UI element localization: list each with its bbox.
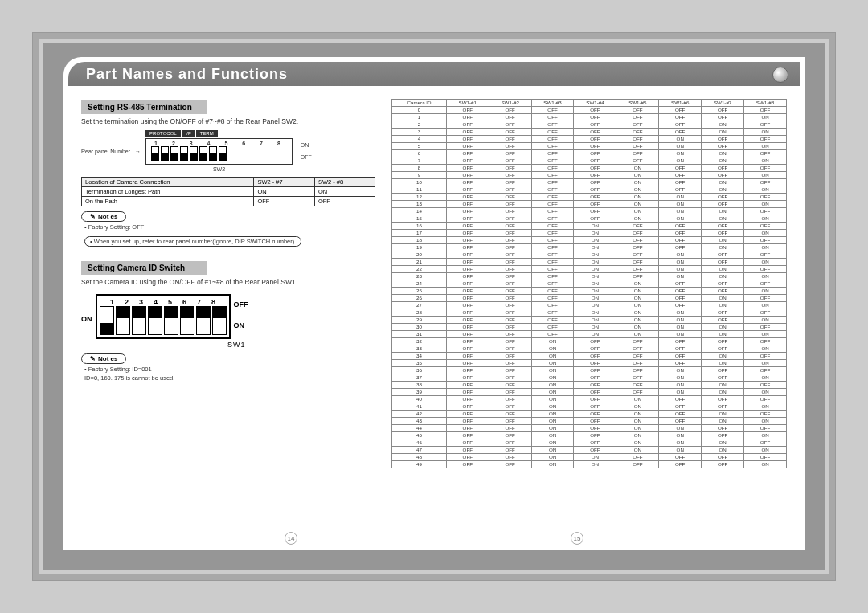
notes-label-2: Not es — [81, 353, 126, 364]
section-desc-rs485: Set the termination using the ON/OFF of … — [81, 117, 375, 125]
table-row: 39OFFOFFONOFFOFFONONON — [392, 389, 787, 396]
table-row: 48OFFOFFONONOFFOFFOFFOFF — [392, 454, 787, 461]
table-row: 7OFFOFFOFFOFFOFFONONON — [392, 157, 787, 165]
page-spread: Part Names and Functions Setting RS-485 … — [63, 57, 805, 550]
table-row: 10OFFOFFOFFOFFONOFFONOFF — [392, 179, 787, 186]
dip-switch — [161, 146, 169, 161]
table-row: 29OFFOFFOFFONONONOFFON — [392, 317, 787, 324]
sw2-box: 1 2 3 4 5 6 7 8 — [145, 138, 293, 165]
dip-switch — [219, 146, 227, 161]
arrow-icon: → — [135, 149, 141, 154]
table-row: 9OFFOFFOFFOFFONOFFOFFON — [392, 172, 787, 179]
dip-switch — [132, 306, 146, 335]
table-row: On the PathOFFOFF — [82, 197, 375, 206]
right-page: Camera IDSW1-#1SW1-#2SW1-#3SW1-#4SW1-#5S… — [391, 67, 787, 535]
notes-label: Not es — [81, 211, 126, 222]
table-row: 4OFFOFFOFFOFFOFFONOFFOFF — [392, 136, 787, 143]
table-row: 37OFFOFFONOFFOFFONOFFON — [392, 374, 787, 382]
dip-switch — [100, 306, 114, 335]
table-row: 1OFFOFFOFFOFFOFFOFFOFFON — [392, 114, 787, 121]
sw2-numbers: 1 2 3 4 5 6 7 8 — [151, 141, 287, 146]
table-row: 32OFFOFFONOFFOFFOFFOFFOFF — [392, 338, 787, 345]
camera-id-table: Camera IDSW1-#1SW1-#2SW1-#3SW1-#4SW1-#5S… — [391, 99, 787, 468]
sw2-onoff: ON OFF — [301, 142, 312, 160]
table-row: 18OFFOFFOFFONOFFOFFONOFF — [392, 237, 787, 244]
th-sw2-7: SW2 - #7 — [254, 178, 314, 187]
table-row: 41OFFOFFONOFFONOFFOFFON — [392, 403, 787, 411]
dip-switch — [116, 306, 130, 335]
dip-switch — [180, 306, 194, 335]
note-factory-id: • Factory Setting: ID=001 — [84, 366, 375, 373]
table-row: 47OFFOFFONOFFONONONON — [392, 447, 787, 454]
page-title: Part Names and Functions — [68, 62, 800, 86]
left-page: Setting RS-485 Termination Set the termi… — [81, 67, 391, 535]
table-row: 6OFFOFFOFFOFFOFFONONOFF — [392, 150, 787, 157]
table-row: 25OFFOFFOFFONONOFFOFFON — [392, 288, 787, 295]
table-row: 30OFFOFFOFFONONONONOFF — [392, 324, 787, 331]
dip-switch — [170, 146, 178, 161]
table-row: 49OFFOFFONONOFFOFFOFFON — [392, 461, 787, 468]
sw2-switches — [151, 146, 287, 161]
off-label: OFF — [234, 300, 248, 309]
th-sw2-8: SW2 - #8 — [314, 178, 375, 187]
dip-switch — [196, 306, 211, 335]
table-row: 5OFFOFFOFFOFFOFFONOFFON — [392, 143, 787, 150]
table-row: 11OFFOFFOFFOFFONOFFONON — [392, 186, 787, 194]
on-label: ON — [301, 142, 312, 148]
off-label: OFF — [301, 154, 312, 160]
dip-switch — [209, 146, 217, 161]
table-row: 44OFFOFFONOFFONONOFFOFF — [392, 425, 787, 432]
table-row: 24OFFOFFOFFONONOFFOFFOFF — [392, 280, 787, 288]
on-label-left: ON — [81, 315, 92, 323]
table-row: 36OFFOFFONOFFOFFONOFFOFF — [392, 367, 787, 374]
on-label: ON — [234, 321, 248, 329]
sw1-diagram: ON 12345678 OFF ON — [81, 291, 375, 339]
table-row: 8OFFOFFOFFOFFONOFFOFFOFF — [392, 165, 787, 172]
table-row: 20OFFOFFOFFONOFFONOFFOFF — [392, 251, 787, 259]
inner-frame: Part Names and Functions Setting RS-485 … — [43, 43, 825, 570]
table-row: 17OFFOFFOFFONOFFOFFOFFON — [392, 230, 787, 237]
section-heading-rs485: Setting RS-485 Termination — [81, 100, 207, 114]
table-row: 34OFFOFFONOFFOFFOFFONOFF — [392, 353, 787, 360]
dip-switch — [199, 146, 207, 161]
table-row: 0OFFOFFOFFOFFOFFOFFOFFOFF — [392, 107, 787, 114]
dip-legend: PROTOCOL I/F TERM — [145, 130, 293, 137]
table-row: 12OFFOFFOFFOFFONONOFFOFF — [392, 194, 787, 201]
dip-switch — [190, 146, 198, 161]
note-setup-hint: • When you set up, refer to rear panel n… — [84, 236, 301, 247]
table-row: 22OFFOFFOFFONOFFONONOFF — [392, 266, 787, 273]
table-row: 35OFFOFFONOFFOFFOFFONON — [392, 360, 787, 367]
note-id-unusable: ID=0, 160. 175 is cannot be used. — [84, 374, 375, 382]
table-row: 13OFFOFFOFFOFFONONOFFON — [392, 201, 787, 208]
page-num-left: 14 — [285, 532, 297, 545]
sw1-switches — [100, 306, 227, 335]
document-frame: Part Names and Functions Setting RS-485 … — [32, 32, 836, 581]
sw1-onoff: OFF ON — [234, 300, 248, 329]
sw2-diagram: Rear panel Number → PROTOCOL I/F TERM 1 … — [81, 130, 375, 172]
dip-switch — [148, 306, 162, 335]
table-row: Termination of Longest PathONON — [82, 187, 375, 197]
sw1-label: SW1 — [97, 341, 375, 349]
dip-switch — [151, 146, 159, 161]
legend-term: TERM — [196, 130, 218, 137]
table-row: 15OFFOFFOFFOFFONONONON — [392, 215, 787, 223]
title-text: Part Names and Functions — [86, 66, 288, 83]
table-row: 28OFFOFFOFFONONONOFFOFF — [392, 309, 787, 317]
table-row: 27OFFOFFOFFONONOFFONON — [392, 302, 787, 309]
note-factory-off: • Factory Setting: OFF — [84, 223, 375, 231]
table-row: 33OFFOFFONOFFOFFOFFOFFON — [392, 345, 787, 353]
dip-switch — [212, 306, 227, 335]
sw1-box: 12345678 — [96, 294, 231, 339]
table-row: 2OFFOFFOFFOFFOFFOFFONOFF — [392, 121, 787, 129]
table-row: 14OFFOFFOFFOFFONONONOFF — [392, 208, 787, 215]
table-row: 45OFFOFFONOFFONONOFFON — [392, 432, 787, 439]
legend-protocol: PROTOCOL — [145, 130, 181, 137]
table-row: 3OFFOFFOFFOFFOFFOFFONON — [392, 129, 787, 136]
dip-switch — [180, 146, 188, 161]
page-numbers: 14 15 — [63, 532, 805, 545]
section-desc-camid: Set the Camera ID using the ON/OFF of #1… — [81, 278, 375, 286]
table-row: 31OFFOFFOFFONONONONON — [392, 331, 787, 338]
table-row: 40OFFOFFONOFFONOFFOFFOFF — [392, 396, 787, 403]
table-row: 19OFFOFFOFFONOFFOFFONON — [392, 244, 787, 251]
table-row: 42OFFOFFONOFFONOFFONOFF — [392, 411, 787, 418]
